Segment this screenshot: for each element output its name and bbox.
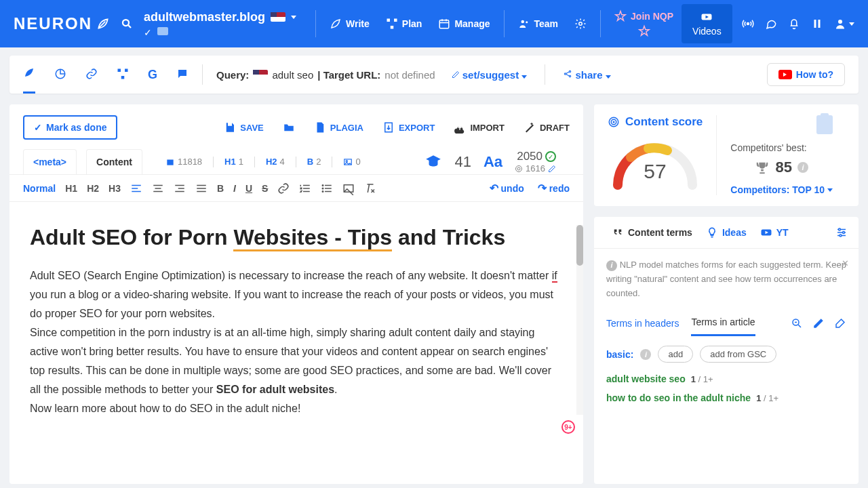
align-right-icon[interactable] [174, 182, 186, 195]
tab-google[interactable]: G [148, 57, 157, 93]
pie-icon [54, 68, 66, 80]
term-row[interactable]: how to do seo in the adult niche 1 / 1+ [594, 388, 859, 407]
domain-selector[interactable]: adultwebmaster.blog [144, 10, 296, 24]
notification-badge[interactable]: 9+ [561, 420, 575, 434]
scrollbar[interactable] [576, 225, 583, 415]
share-link[interactable]: share [563, 69, 610, 81]
check-icon: ✓ [34, 122, 42, 133]
list-ol-icon[interactable] [299, 182, 311, 195]
info-icon[interactable]: i [797, 162, 808, 173]
broadcast-icon[interactable] [742, 18, 754, 30]
chat-icon[interactable] [765, 18, 777, 30]
list-ul-icon[interactable] [321, 182, 333, 195]
bell-icon[interactable] [788, 18, 800, 30]
svg-rect-2 [394, 19, 397, 22]
align-center-icon[interactable] [152, 182, 164, 195]
align-justify-icon[interactable] [195, 182, 208, 195]
share-icon [563, 69, 572, 79]
open-button[interactable] [283, 121, 295, 134]
mark-done-button[interactable]: ✓ Mark as done [23, 115, 117, 140]
article-title: Adult SEO for Porn Websites - Tips and T… [30, 225, 563, 250]
bold-button[interactable]: B [217, 183, 224, 194]
import-button[interactable]: IMPORT [454, 121, 505, 134]
underline-button[interactable]: U [245, 183, 252, 194]
plagia-button[interactable]: PLAGIA [314, 121, 363, 134]
add-gsc-button[interactable]: add from GSC [700, 346, 776, 363]
nav-manage[interactable]: Manage [430, 18, 498, 30]
undo-button[interactable]: ↶ undo [490, 182, 524, 195]
gear-icon[interactable] [574, 18, 587, 30]
tab-links[interactable] [85, 57, 98, 93]
nav-plan[interactable]: Plan [378, 18, 431, 30]
tab-structure[interactable] [117, 57, 129, 93]
svg-point-5 [521, 20, 524, 24]
nav-videos[interactable]: Videos [682, 4, 732, 43]
nav-write[interactable]: Write [321, 18, 378, 30]
svg-point-6 [526, 21, 528, 23]
competitors-best-label: Competitors' best: [730, 142, 833, 153]
info-icon[interactable]: i [640, 349, 651, 360]
svg-rect-3 [391, 26, 394, 29]
star-icon [638, 25, 650, 37]
font-size-icon[interactable]: Aa [484, 153, 502, 171]
pencil-icon[interactable] [548, 165, 556, 173]
draft-button[interactable]: DRAFT [524, 121, 570, 134]
user-icon [834, 18, 846, 30]
format-h2[interactable]: H2 [87, 183, 99, 194]
redo-button[interactable]: ↷ redo [538, 182, 570, 195]
brand-logo[interactable]: NEURON [14, 14, 110, 33]
nav-team[interactable]: Team [510, 18, 567, 30]
pencil-icon[interactable] [812, 317, 825, 329]
svg-point-18 [570, 70, 571, 72]
svg-point-25 [517, 167, 520, 170]
export-button[interactable]: EXPORT [382, 121, 435, 134]
howto-button[interactable]: How to? [767, 63, 845, 86]
svg-point-32 [613, 121, 614, 123]
align-left-icon[interactable] [130, 182, 142, 195]
content-score-title: Content score [625, 115, 703, 129]
term-row[interactable]: adult website seo 1 / 1+ [594, 369, 859, 388]
join-nqp[interactable]: Join NQP [606, 10, 682, 37]
tab-write[interactable] [23, 56, 35, 94]
grid-icon [386, 18, 398, 30]
clear-format-icon[interactable] [364, 182, 376, 195]
format-h1[interactable]: H1 [65, 183, 77, 194]
format-h3[interactable]: H3 [108, 183, 121, 194]
svg-rect-10 [814, 20, 816, 28]
editor-textarea[interactable]: Adult SEO for Porn Websites - Tips and T… [9, 202, 583, 439]
tab-terms-article[interactable]: Terms in article [691, 310, 755, 336]
italic-button[interactable]: I [233, 183, 236, 194]
sliders-icon[interactable] [835, 226, 848, 239]
marker-icon[interactable] [834, 317, 846, 329]
set-suggest-link[interactable]: set/suggest [452, 69, 528, 81]
tab-yt[interactable]: YT [753, 217, 795, 248]
close-icon[interactable]: ✕ [842, 257, 849, 271]
clipboard-icon[interactable] [816, 115, 833, 134]
image-icon[interactable] [342, 182, 355, 195]
svg-point-26 [323, 184, 324, 186]
tab-meta[interactable]: <meta> [23, 149, 77, 174]
save-button[interactable]: SAVE [224, 121, 263, 134]
team-icon [518, 18, 530, 30]
user-menu[interactable] [834, 18, 854, 30]
target-url-label: | Target URL: [317, 69, 380, 81]
flag-us-icon [253, 70, 268, 79]
tab-terms-headers[interactable]: Terms in headers [606, 311, 679, 336]
search-icon[interactable] [121, 18, 133, 30]
pause-icon[interactable] [811, 18, 823, 30]
tab-content-terms[interactable]: Content terms [605, 217, 699, 248]
filter-icon[interactable] [791, 317, 803, 329]
tab-content[interactable]: Content [86, 149, 142, 174]
tab-ideas[interactable]: Ideas [699, 217, 753, 248]
target-icon [608, 116, 620, 128]
article-paragraph: Now learn more about how to do SEO in th… [30, 399, 563, 418]
strike-button[interactable]: S [262, 183, 268, 194]
link-icon[interactable] [277, 182, 290, 195]
article-paragraph: Since competition in the porn industry i… [30, 323, 563, 399]
format-normal[interactable]: Normal [23, 183, 56, 194]
tab-comments[interactable] [176, 57, 189, 93]
flag-us-icon [271, 12, 285, 22]
tab-analytics[interactable] [54, 57, 66, 93]
competitors-link[interactable]: Competitors: TOP 10 [730, 184, 833, 195]
add-term-button[interactable]: add [658, 346, 693, 363]
